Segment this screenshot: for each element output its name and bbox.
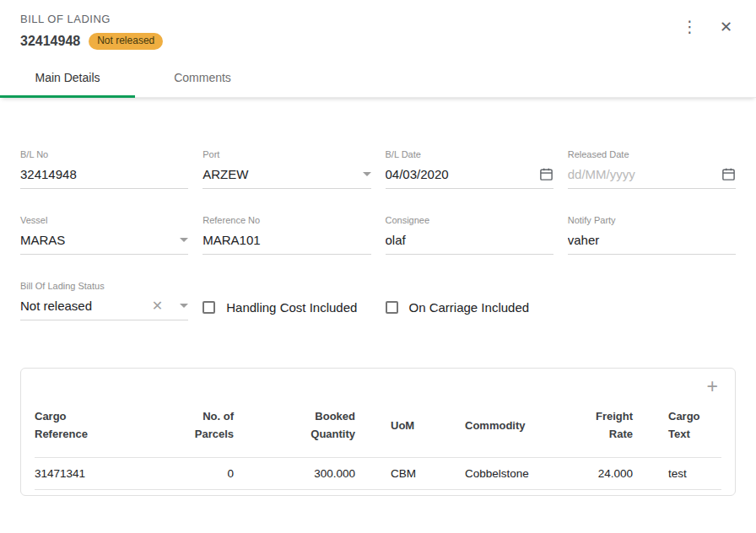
column-header: Cargo Reference bbox=[35, 408, 99, 444]
tab-comments[interactable]: Comments bbox=[135, 58, 270, 97]
page-title: 32414948 bbox=[20, 34, 80, 49]
dialog-eyebrow: BILL OF LADING bbox=[20, 13, 736, 25]
bl-no-field[interactable]: B/L No 32414948 bbox=[20, 149, 188, 189]
released-date-field[interactable]: Released Date dd/MM/yyyy bbox=[568, 149, 736, 189]
table-row[interactable]: 31471341 0 300.000 CBM Cobbelstone 24.00… bbox=[35, 457, 721, 489]
main-details-panel: B/L No 32414948 Port ARZEW B/L Date 04/0… bbox=[0, 149, 756, 496]
bl-status-select[interactable]: Bill Of Lading Status Not released ✕ bbox=[20, 281, 188, 320]
add-cargo-line-button[interactable]: + bbox=[704, 375, 721, 398]
commodity-cell: Cobbelstone bbox=[465, 457, 575, 489]
cargo-reference-cell: 31471341 bbox=[35, 457, 170, 489]
bl-date-field[interactable]: B/L Date 04/03/2020 bbox=[386, 149, 554, 189]
consignee-field[interactable]: Consignee olaf bbox=[386, 215, 554, 255]
bl-no-value: 32414948 bbox=[20, 167, 188, 181]
dialog-header: BILL OF LADING 32414948 Not released ⋮ ✕ bbox=[0, 0, 756, 58]
bl-date-value: 04/03/2020 bbox=[386, 167, 532, 181]
close-icon: ✕ bbox=[720, 19, 732, 35]
column-header: UoM bbox=[391, 417, 414, 435]
no-of-parcels-cell: 0 bbox=[170, 457, 234, 489]
notify-party-value: vaher bbox=[568, 233, 736, 247]
field-label: B/L Date bbox=[386, 149, 554, 159]
tab-label: Main Details bbox=[35, 71, 100, 84]
clear-icon[interactable]: ✕ bbox=[152, 299, 163, 313]
cargo-lines-card: + Cargo Reference No. of Parcels Booked … bbox=[20, 368, 736, 496]
reference-no-value: MARA101 bbox=[202, 233, 370, 247]
close-button[interactable]: ✕ bbox=[715, 18, 737, 36]
notify-party-field[interactable]: Notify Party vaher bbox=[568, 215, 736, 255]
field-label: Bill Of Lading Status bbox=[20, 281, 188, 291]
status-badge: Not released bbox=[89, 33, 163, 50]
vessel-select[interactable]: Vessel MARAS bbox=[20, 215, 188, 255]
field-label: B/L No bbox=[20, 149, 188, 159]
column-header: Booked Quantity bbox=[291, 408, 355, 444]
field-label: Notify Party bbox=[568, 215, 736, 225]
column-header: No. of Parcels bbox=[170, 408, 234, 444]
bill-of-lading-dialog: BILL OF LADING 32414948 Not released ⋮ ✕… bbox=[0, 0, 756, 533]
column-header: Cargo Text bbox=[668, 408, 721, 444]
checkbox-icon bbox=[386, 301, 398, 314]
tab-main-details[interactable]: Main Details bbox=[0, 58, 135, 97]
chevron-down-icon bbox=[180, 238, 188, 242]
booked-quantity-cell: 300.000 bbox=[234, 457, 355, 489]
kebab-menu-icon: ⋮ bbox=[682, 18, 698, 35]
chevron-down-icon bbox=[363, 172, 371, 176]
port-value: ARZEW bbox=[202, 167, 355, 181]
field-label: Port bbox=[202, 149, 370, 159]
consignee-value: olaf bbox=[386, 233, 554, 247]
chevron-down-icon bbox=[180, 304, 188, 308]
plus-icon: + bbox=[707, 375, 718, 397]
field-label: Reference No bbox=[202, 215, 370, 225]
cargo-text-cell: test bbox=[633, 457, 721, 489]
cargo-table: Cargo Reference No. of Parcels Booked Qu… bbox=[35, 403, 721, 490]
field-label: Vessel bbox=[20, 215, 188, 225]
calendar-icon[interactable] bbox=[539, 167, 554, 181]
port-select[interactable]: Port ARZEW bbox=[202, 149, 370, 189]
freight-rate-cell: 24.000 bbox=[575, 457, 633, 489]
field-label: Released Date bbox=[568, 149, 736, 159]
field-label: Consignee bbox=[386, 215, 554, 225]
column-header: Freight Rate bbox=[575, 408, 633, 444]
handling-cost-checkbox[interactable]: Handling Cost Included bbox=[202, 281, 370, 320]
checkbox-label: On Carriage Included bbox=[409, 300, 530, 315]
tab-bar: Main Details Comments bbox=[0, 58, 756, 98]
vessel-value: MARAS bbox=[20, 233, 173, 247]
released-date-placeholder: dd/MM/yyyy bbox=[568, 167, 715, 181]
column-header: Commodity bbox=[465, 417, 526, 435]
reference-no-field[interactable]: Reference No MARA101 bbox=[202, 215, 370, 255]
calendar-icon[interactable] bbox=[721, 167, 736, 181]
tab-label: Comments bbox=[174, 71, 231, 84]
uom-cell: CBM bbox=[355, 457, 465, 489]
table-header-row: Cargo Reference No. of Parcels Booked Qu… bbox=[35, 403, 721, 457]
checkbox-label: Handling Cost Included bbox=[226, 300, 357, 315]
checkbox-icon bbox=[202, 301, 215, 314]
on-carriage-checkbox[interactable]: On Carriage Included bbox=[386, 281, 554, 320]
kebab-menu-button[interactable]: ⋮ bbox=[677, 17, 703, 36]
bl-status-value: Not released bbox=[20, 299, 152, 313]
